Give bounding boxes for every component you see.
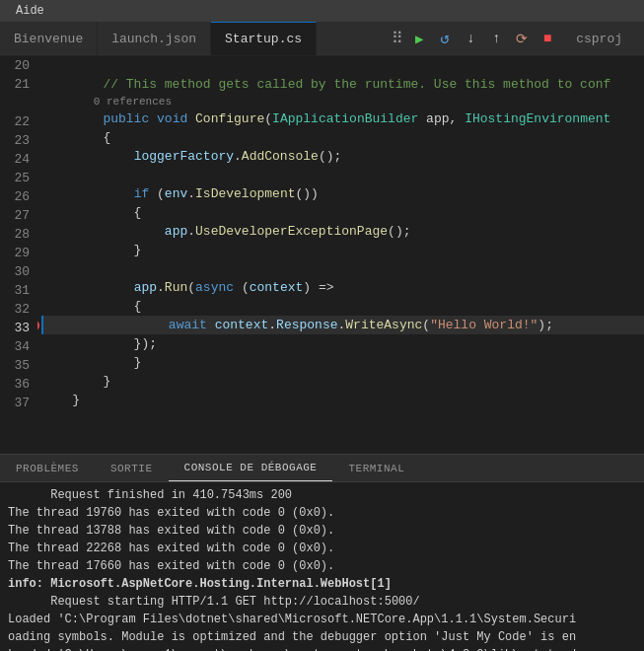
continue-button[interactable]: ⟳ bbox=[511, 28, 533, 49]
brace-23: { bbox=[41, 130, 110, 145]
code-line-27: { bbox=[41, 203, 644, 222]
console-log-line: The thread 13788 has exited with code 0 … bbox=[8, 522, 636, 540]
console-log-line: Loaded 'C:\Program Files\dotnet\shared\M… bbox=[8, 611, 636, 628]
line-num-29: 29 bbox=[12, 244, 30, 262]
line-num-26: 26 bbox=[12, 187, 30, 206]
step-into-button[interactable]: ↑ bbox=[485, 28, 507, 49]
line-num-36: 36 bbox=[12, 375, 30, 394]
code-line-31: app.Run(async (context) => bbox=[41, 278, 644, 297]
editor-area: 20 21 22 23 24 25 26 27 28 29 30 31 32 3… bbox=[0, 56, 644, 454]
punct-22: ( bbox=[264, 111, 272, 126]
code-line-37: } bbox=[41, 391, 644, 409]
brace-36: } bbox=[41, 374, 110, 389]
code-33: await context.Response.WriteAsync("Hello… bbox=[45, 318, 553, 332]
line-num-37: 37 bbox=[12, 394, 30, 412]
console-output: Request finished in 410.7543ms 200The th… bbox=[0, 482, 644, 651]
code-line-25 bbox=[41, 166, 644, 184]
bottom-panel: PROBLÈMES SORTIE CONSOLE DE DÉBOGAGE TER… bbox=[0, 454, 644, 651]
type-iapp: IApplicationBuilder bbox=[272, 111, 418, 126]
code-line-22: public void Configure(IApplicationBuilde… bbox=[41, 109, 644, 128]
line-num-24: 24 bbox=[12, 150, 30, 169]
code-line-36: } bbox=[41, 372, 644, 391]
console-log-line: The thread 22268 has exited with code 0 … bbox=[8, 540, 636, 557]
code-31: app.Run(async (context) => bbox=[41, 280, 334, 295]
code-24: loggerFactory.AddConsole(); bbox=[41, 149, 341, 164]
code-line-30 bbox=[41, 259, 644, 278]
menu-aide[interactable]: Aide bbox=[8, 2, 52, 20]
console-log-line: oading symbols. Module is optimized and … bbox=[8, 628, 636, 646]
code-26: if (env.IsDevelopment()) bbox=[41, 186, 319, 201]
line-num-25: 25 bbox=[12, 169, 30, 187]
tab-launch-json[interactable]: launch.json bbox=[98, 22, 211, 55]
tab-startup-cs[interactable]: Startup.cs bbox=[211, 22, 317, 55]
code-line-32: { bbox=[41, 297, 644, 316]
code-line-24: loggerFactory.AddConsole(); bbox=[41, 147, 644, 166]
kw-void: void bbox=[157, 111, 195, 126]
stop-button[interactable]: ■ bbox=[537, 28, 558, 49]
param-app: app, bbox=[418, 111, 465, 126]
code-line-28: app.UseDeveloperExceptionPage(); bbox=[41, 222, 644, 241]
step-over-button[interactable]: ↓ bbox=[460, 28, 481, 49]
kw-public: public bbox=[41, 111, 157, 126]
line-num-33: 33 bbox=[12, 319, 30, 337]
line-num-31: 31 bbox=[12, 281, 30, 300]
tab-bienvenue[interactable]: Bienvenue bbox=[0, 22, 98, 55]
ref-hint: 0 references bbox=[41, 96, 172, 108]
console-log-line: The thread 19760 has exited with code 0 … bbox=[8, 504, 636, 522]
brace-29: } bbox=[41, 243, 141, 257]
line-num-ref bbox=[12, 94, 30, 112]
console-log-line: Request starting HTTP/1.1 GET http://loc… bbox=[8, 593, 636, 611]
console-log-line: The thread 17660 has exited with code 0 … bbox=[8, 557, 636, 575]
code-line-20 bbox=[41, 56, 644, 75]
tab-csproj[interactable]: csproj bbox=[562, 32, 636, 46]
code-28: app.UseDeveloperExceptionPage(); bbox=[41, 224, 411, 239]
brace-27: { bbox=[41, 205, 141, 220]
line-num-21: 21 bbox=[12, 75, 30, 94]
line-num-32: 32 bbox=[12, 300, 30, 319]
brace-37: } bbox=[41, 393, 80, 407]
code-line-21: // This method gets called by the runtim… bbox=[41, 75, 644, 94]
menu-bar: Aide bbox=[0, 0, 644, 22]
tab-bar: Bienvenue launch.json Startup.cs ⠿ ▶ ↺ ↓… bbox=[0, 22, 644, 56]
toolbar-icons: ⠿ ▶ ↺ ↓ ↑ ⟳ ■ csproj bbox=[384, 22, 644, 55]
code-line-23: { bbox=[41, 128, 644, 147]
debug-breakpoint-icon bbox=[37, 320, 39, 331]
line-num-30: 30 bbox=[12, 262, 30, 281]
tab-sortie[interactable]: SORTIE bbox=[95, 455, 169, 481]
line-num-20: 20 bbox=[12, 56, 30, 75]
method-configure: Configure bbox=[195, 111, 264, 126]
comment-21: // This method gets called by the runtim… bbox=[41, 77, 610, 92]
toolbar-dots-icon: ⠿ bbox=[392, 29, 404, 48]
code-line-29: } bbox=[41, 241, 644, 259]
line-numbers: 20 21 22 23 24 25 26 27 28 29 30 31 32 3… bbox=[0, 56, 37, 454]
restart-button[interactable]: ↺ bbox=[434, 28, 456, 49]
run-button[interactable]: ▶ bbox=[408, 28, 430, 49]
brace-32: { bbox=[41, 299, 141, 314]
line-num-34: 34 bbox=[12, 337, 30, 356]
code-line-26: if (env.IsDevelopment()) bbox=[41, 184, 644, 203]
code-line-34: }); bbox=[41, 334, 644, 353]
panel-tabs: PROBLÈMES SORTIE CONSOLE DE DÉBOGAGE TER… bbox=[0, 455, 644, 482]
brace-35: } bbox=[41, 355, 141, 370]
tab-problemes[interactable]: PROBLÈMES bbox=[0, 455, 95, 481]
code-line-35: } bbox=[41, 353, 644, 372]
line-num-35: 35 bbox=[12, 356, 30, 375]
code-container: 20 21 22 23 24 25 26 27 28 29 30 31 32 3… bbox=[0, 56, 644, 454]
code-34: }); bbox=[41, 336, 157, 351]
console-log-line: Request finished in 410.7543ms 200 bbox=[8, 486, 636, 504]
line-num-28: 28 bbox=[12, 225, 30, 244]
code-line-ref: 0 references bbox=[41, 94, 644, 109]
tab-console-debogage[interactable]: CONSOLE DE DÉBOGAGE bbox=[169, 455, 333, 481]
console-log-line: info: Microsoft.AspNetCore.Hosting.Inter… bbox=[8, 575, 636, 593]
line-num-27: 27 bbox=[12, 206, 30, 225]
tab-terminal[interactable]: TERMINAL bbox=[332, 455, 420, 481]
line-num-22: 22 bbox=[12, 112, 30, 131]
code-line-33: await context.Response.WriteAsync("Hello… bbox=[41, 316, 644, 334]
code-content: // This method gets called by the runtim… bbox=[37, 56, 644, 454]
console-log-line: Loaded 'C:\Users\owner1\.nuget\packages\… bbox=[8, 646, 636, 651]
line-num-23: 23 bbox=[12, 131, 30, 150]
type-ihost: IHostingEnvironment bbox=[465, 111, 610, 126]
